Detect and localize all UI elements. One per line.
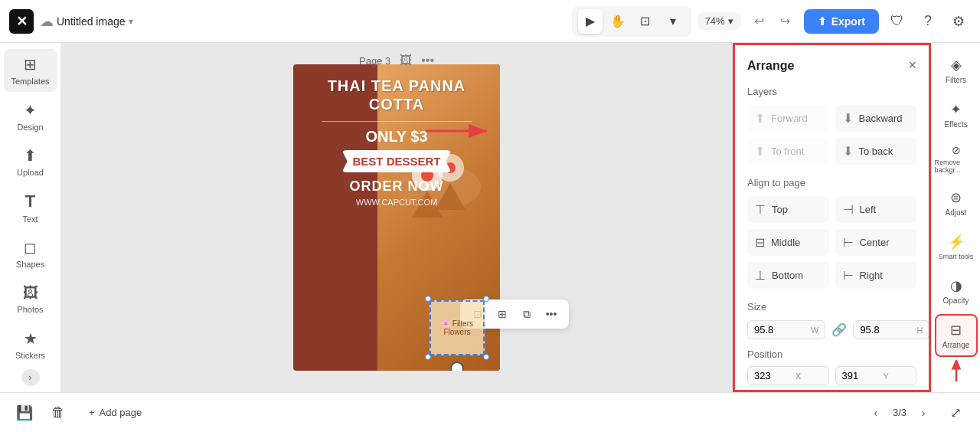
- text-icon: T: [25, 191, 35, 211]
- sidebar-item-shapes[interactable]: ◻ Shapes: [4, 232, 57, 275]
- sidebar-collapse-button[interactable]: ›: [21, 369, 40, 386]
- sidebar-item-design[interactable]: ✦ Design: [4, 95, 57, 138]
- position-controls: X Y: [747, 366, 916, 385]
- upload-icon: ⬆: [24, 146, 37, 165]
- align-right-button[interactable]: ⊢ Right: [835, 262, 917, 289]
- arrange-panel-item[interactable]: ⊟ Arrange: [935, 314, 978, 357]
- selection-handles: ↻: [428, 299, 486, 357]
- rotate-handle[interactable]: ↻: [450, 362, 464, 371]
- grid-button[interactable]: ⊞: [491, 303, 514, 326]
- width-input[interactable]: [754, 324, 808, 335]
- effects-panel-item[interactable]: ✦ Effects: [935, 93, 978, 136]
- bottom-bar: 💾 🗑 + Add page ‹ 3/3 › ⤢: [0, 392, 980, 432]
- handle-tr[interactable]: [483, 296, 489, 302]
- cloud-icon: ☁: [40, 13, 54, 30]
- shapes-icon: ◻: [24, 238, 37, 257]
- sidebar-item-photos[interactable]: 🖼 Photos: [4, 277, 57, 320]
- position-section-title: Position: [747, 349, 916, 360]
- size-section-title: Size: [747, 301, 916, 313]
- frame-dropdown-button[interactable]: ▾: [661, 9, 685, 34]
- align-bottom-button[interactable]: ⊥ Bottom: [747, 262, 829, 289]
- poster-website: WWW.CAPCUT.COM: [356, 198, 437, 207]
- main-layout: ⊞ Templates ✦ Design ⬆ Upload T Text ◻ S…: [0, 43, 980, 392]
- height-input[interactable]: [860, 324, 913, 335]
- page-counter: 3/3: [893, 407, 906, 418]
- align-top-button[interactable]: ⊤ Top: [747, 196, 829, 223]
- expand-icon: ⤢: [950, 404, 962, 421]
- forward-icon: ⬆: [755, 111, 765, 126]
- opacity-panel-item[interactable]: ◑ Opacity: [935, 270, 978, 313]
- align-center-button[interactable]: ⊢ Center: [835, 229, 917, 256]
- smart-tools-panel-item[interactable]: ⚡ Smart tools: [935, 226, 978, 269]
- remove-bg-panel-item[interactable]: ⊘ Remove backgr...: [935, 137, 978, 180]
- hand-tool-button[interactable]: ✋: [606, 9, 630, 34]
- red-arrow-annotation: [426, 116, 495, 149]
- page-label: Page 3: [359, 55, 390, 67]
- expand-button[interactable]: ⤢: [943, 401, 968, 425]
- more-options-button[interactable]: •••: [540, 303, 563, 326]
- y-input-wrap: Y: [835, 366, 917, 385]
- export-button[interactable]: ⬆ Export: [804, 9, 879, 34]
- help-icon-button[interactable]: ?: [916, 9, 940, 34]
- adjust-panel-item[interactable]: ⊜ Adjust: [935, 182, 978, 224]
- handle-bl[interactable]: [425, 354, 431, 360]
- zoom-level: 74%: [705, 15, 725, 27]
- stickers-icon: ★: [24, 329, 38, 348]
- y-input[interactable]: [842, 370, 880, 381]
- app-logo[interactable]: ✕: [9, 9, 34, 34]
- left-sidebar: ⊞ Templates ✦ Design ⬆ Upload T Text ◻ S…: [0, 43, 61, 392]
- handle-tl[interactable]: [425, 296, 431, 302]
- redo-button[interactable]: ↪: [773, 9, 798, 34]
- sidebar-item-upload[interactable]: ⬆ Upload: [4, 140, 57, 183]
- opacity-icon: ◑: [950, 277, 962, 294]
- templates-label: Templates: [11, 77, 49, 86]
- shield-icon-button[interactable]: 🛡: [885, 9, 910, 34]
- sidebar-item-stickers[interactable]: ★ Stickers: [4, 323, 57, 366]
- upload-label: Upload: [17, 168, 44, 177]
- align-middle-icon: ⊟: [755, 235, 765, 250]
- canvas-area[interactable]: Page 3 🖼 ••• THAI TEA PANNA COTTA: [61, 43, 732, 392]
- forward-button[interactable]: ⬆ Forward: [747, 105, 829, 132]
- width-input-wrap: W: [747, 320, 825, 339]
- copy-button[interactable]: ⧉: [515, 303, 538, 326]
- design-icon: ✦: [24, 101, 37, 119]
- prev-page-button[interactable]: ‹: [865, 402, 887, 424]
- frame-tool-button[interactable]: ⊡: [633, 9, 658, 34]
- undo-button[interactable]: ↩: [747, 9, 772, 34]
- sidebar-item-text[interactable]: T Text: [4, 186, 57, 229]
- filters-panel-item[interactable]: ◈ Filters: [935, 49, 978, 92]
- add-page-button[interactable]: + Add page: [80, 402, 151, 423]
- settings-icon-button[interactable]: ⚙: [946, 9, 971, 34]
- zoom-control[interactable]: 74% ▾: [697, 12, 741, 30]
- align-left-button[interactable]: ⊣ Left: [835, 196, 917, 223]
- photos-icon: 🖼: [23, 284, 38, 302]
- save-button[interactable]: 💾: [12, 401, 37, 425]
- poster-card[interactable]: THAI TEA PANNA COTTA ONLY $3 BEST DESSER…: [293, 64, 500, 371]
- design-label: Design: [17, 123, 43, 132]
- arrange-icon: ⊟: [950, 322, 962, 339]
- arrange-close-button[interactable]: ×: [908, 57, 916, 74]
- align-bottom-icon: ⊥: [755, 268, 766, 283]
- arrange-panel-container: Arrange × Layers ⬆ Forward ⬇ Backward ⬆ …: [732, 43, 931, 392]
- canvas-inner: THAI TEA PANNA COTTA ONLY $3 BEST DESSER…: [61, 43, 732, 392]
- layers-controls: ⬆ Forward ⬇ Backward ⬆ To front ⬇ To bac…: [747, 105, 916, 165]
- far-right-sidebar: ◈ Filters ✦ Effects ⊘ Remove backgr... ⊜…: [931, 43, 980, 392]
- align-middle-button[interactable]: ⊟ Middle: [747, 229, 829, 256]
- align-left-icon: ⊣: [843, 202, 854, 217]
- layers-section-title: Layers: [747, 86, 916, 97]
- sidebar-item-templates[interactable]: ⊞ Templates: [4, 49, 57, 92]
- x-input[interactable]: [754, 370, 792, 381]
- document-title-area[interactable]: ☁ Untitled image ▾: [40, 13, 133, 30]
- page-more-button[interactable]: •••: [421, 54, 434, 67]
- y-label: Y: [884, 371, 889, 381]
- save-icon: 💾: [16, 404, 33, 421]
- backward-button[interactable]: ⬇ Backward: [835, 105, 917, 132]
- next-page-button[interactable]: ›: [913, 402, 934, 424]
- to-front-button[interactable]: ⬆ To front: [747, 138, 829, 165]
- select-tool-button[interactable]: ▶: [578, 9, 603, 34]
- arrange-panel: Arrange × Layers ⬆ Forward ⬇ Backward ⬆ …: [733, 43, 931, 392]
- to-back-button[interactable]: ⬇ To back: [835, 138, 917, 165]
- handle-br[interactable]: [483, 354, 489, 360]
- page-thumbnail-button[interactable]: 🖼: [400, 54, 412, 67]
- delete-button[interactable]: 🗑: [46, 401, 70, 425]
